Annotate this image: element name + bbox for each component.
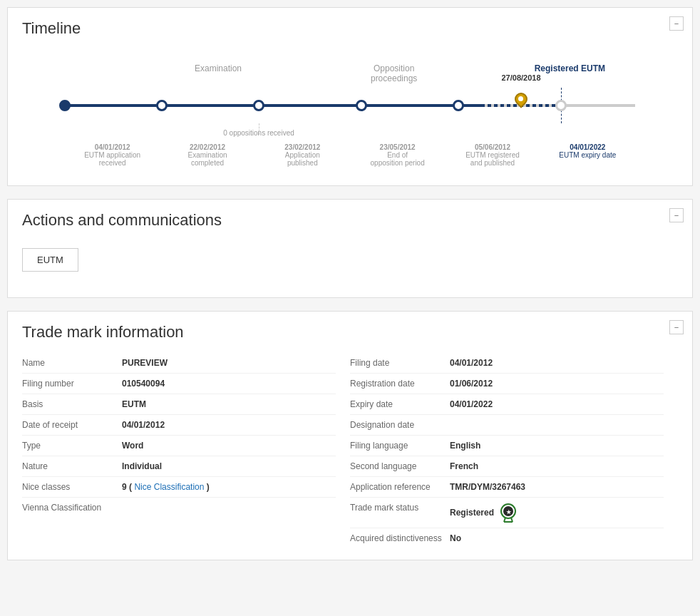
timeline-node-6 [555,100,567,111]
date-label-6: 04/01/2022 EUTM expiry date [540,143,635,167]
date-label-4: 23/05/2012 End ofopposition period [350,143,445,167]
eutm-button[interactable]: EUTM [22,248,78,272]
timeline-node-1 [59,100,71,111]
nice-classification-link[interactable]: Nice Classification [134,482,204,492]
date-label-3: 23/02/2012 Applicationpublished [255,143,350,167]
timeline-pin [515,93,527,106]
timeline-node-2 [156,100,168,111]
trademark-info-grid: Name PUREVIEW Filing number 010540094 Ba… [22,353,678,548]
timeline-title: Timeline [22,19,678,38]
trademark-collapse-btn[interactable]: − [669,320,684,334]
actions-section: Actions and communications − EUTM [7,199,693,298]
info-row-filing-number: Filing number 010540094 [22,374,336,394]
timeline-node-4 [356,100,367,111]
timeline-node-5 [453,100,464,111]
info-row-nature: Nature Individual [22,456,336,477]
actions-content: EUTM [22,241,678,286]
timeline-node-3 [253,100,264,111]
trademark-title: Trade mark information [22,323,678,342]
info-row-expiry-date: Expiry date 04/01/2022 [350,394,664,415]
timeline-container: Examination Opposition proceedings Regis… [22,49,678,174]
timeline-dates-row: 04/01/2012 EUTM applicationreceived 22/0… [65,143,635,167]
info-row-status: Trade mark status Registered ★ [350,498,664,528]
timeline-collapse-btn[interactable]: − [669,16,684,31]
info-row-type: Type Word [22,436,336,456]
timeline-track-area: 27/08/2018 0 oppositions received [65,88,635,123]
info-row-vienna: Vienna Classification [22,498,336,518]
info-row-second-language: Second language French [350,456,664,477]
opposition-note: 0 oppositions received [223,129,294,137]
info-row-registration-date: Registration date 01/06/2012 [350,374,664,394]
trademark-right-col: Filing date 04/01/2012 Registration date… [350,353,678,548]
info-row-filing-language: Filing language English [350,436,664,456]
date-label-2: 22/02/2012 Examinationcompleted [160,143,254,167]
info-row-filing-date: Filing date 04/01/2012 [350,353,664,374]
actions-collapse-btn[interactable]: − [669,208,684,222]
info-row-date-receipt: Date of receipt 04/01/2012 [22,415,336,436]
trademark-left-col: Name PUREVIEW Filing number 010540094 Ba… [22,353,350,548]
info-row-designation-date: Designation date [350,415,664,436]
actions-title: Actions and communications [22,211,678,230]
phase-examination: Examination [174,63,262,83]
info-row-app-reference: Application reference TMR/DYM/3267463 [350,477,664,498]
pin-date-label: 27/08/2018 [501,73,540,82]
phase-opposition: Opposition proceedings [350,63,438,83]
date-label-5: 05/06/2012 EUTM registeredand published [445,143,540,167]
svg-text:★: ★ [506,509,512,515]
timeline-section: Timeline − Examination Opposition procee… [7,7,693,186]
info-row-nice-classes: Nice classes 9 ( Nice Classification ) [22,477,336,498]
date-label-1: 04/01/2012 EUTM applicationreceived [65,143,160,167]
trademark-section: Trade mark information − Name PUREVIEW F… [7,311,693,560]
info-row-basis: Basis EUTM [22,394,336,415]
info-row-name: Name PUREVIEW [22,353,336,374]
info-row-acquired: Acquired distinctiveness No [350,528,664,548]
registered-badge-icon: ★ [498,503,518,523]
